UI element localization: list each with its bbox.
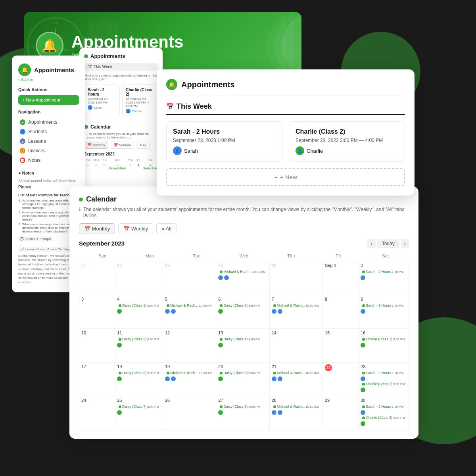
cal-cell-22[interactable]: 22 [323, 363, 359, 396]
mini-cal-tabs: 📅 Monthly 📅 Weekly ≡ All [84, 142, 158, 149]
svg-text:XII: XII [52, 19, 59, 25]
cal-cell-18[interactable]: 18 Daisy (Class 5) 3:00 PM [115, 363, 163, 396]
cal-cell-26[interactable]: 26 [163, 396, 216, 430]
cal-event-michael-19[interactable]: Michael & Rach... 10:00 AM [165, 370, 214, 376]
cal-event-sarah-9[interactable]: Sarah - 2 Hours 1:00 PM [361, 303, 407, 308]
cal-event-daisy-4[interactable]: Daisy (Class 1) 3:00 PM [117, 303, 161, 308]
cal-cell-aug27[interactable]: 27 [79, 261, 115, 295]
cal-cell-12[interactable]: 12 [163, 329, 216, 363]
sidebar-item-lessons[interactable]: 📚 Lessons [18, 136, 79, 146]
daisy-icon [218, 410, 223, 415]
lesson-notes-badge[interactable]: 📝 Lesson Notes · Private Tutoring [18, 247, 72, 252]
weekly-tab-mini[interactable]: 📅 Weekly [111, 142, 134, 149]
cal-cell-23[interactable]: 23 Sarah - 2 Hours 1:00 PM Charlie (Clas… [359, 363, 409, 396]
cal-num-aug28: 28 [117, 263, 161, 268]
cal-cell-27b[interactable]: 27 Daisy (Class 8) 3:00 PM [216, 396, 269, 430]
calendar-main-indicator [79, 198, 83, 202]
cal-event-michael-5[interactable]: Michael & Rach... 10:00 AM [165, 303, 214, 308]
cal-cell-13[interactable]: 13 Daisy (Class 4) 3:00 PM [216, 329, 269, 363]
cal-cell-29[interactable]: 29 [323, 396, 359, 430]
popup-sarah-card[interactable]: Sarah - 2 Hours September 23, 2023 1:00 … [166, 121, 282, 162]
new-appointment-button[interactable]: + New Appointment [18, 95, 79, 105]
chatgpt-badge[interactable]: 💬 ChatGPT Prompts [18, 236, 53, 242]
mini-cell-1[interactable]: 1 [135, 163, 143, 171]
cal-cell-30[interactable]: 30 Sarah - 2 Hours 1:00 PM Charlie (Clas… [359, 396, 409, 430]
sidebar-item-appointments[interactable]: ● Appointments [18, 117, 79, 127]
monthly-tab[interactable]: 📅 Monthly [79, 223, 115, 234]
cal-cell-sep2[interactable]: 2 Sarah - 2 Hours 1:00 PM [359, 261, 409, 295]
next-month-button[interactable]: › [401, 239, 409, 248]
this-week-badge[interactable]: 📅 This Week [84, 63, 158, 71]
today-button[interactable]: Today [377, 239, 399, 248]
calendar-main-panel: Calendar ℹ The calendar shows you all of… [69, 186, 418, 439]
sidebar-item-notes[interactable]: 📝 Notes [18, 155, 79, 165]
cal-cell-28[interactable]: 28 Michael & Rach... 10:00 AM [270, 396, 323, 430]
all-tab[interactable]: ≡ All [156, 223, 177, 234]
all-tab-mini[interactable]: ≡ All [136, 142, 150, 149]
event-time: 3:00 PM [393, 382, 405, 386]
cal-cell-25[interactable]: 25 Daisy (Class 7) 3:00 PM [115, 396, 163, 430]
cal-event-charlie-23[interactable]: Charlie (Class 2) 3:00 PM [361, 381, 407, 387]
appt-card-charlie-small[interactable]: Charlie (Class 2) September 23, 2023 3:0… [122, 84, 158, 117]
popup-charlie-time: September 23, 2023 3:00 PM — 4:00 PM [296, 138, 398, 143]
cal-cell-9[interactable]: 9 Sarah - 2 Hours 1:00 PM [359, 295, 409, 329]
cal-event-michael-21[interactable]: Michael & Rach... 10:00 AM [272, 370, 321, 376]
cal-cell-6[interactable]: 6 Daisy (Class 2) 3:00 PM [216, 295, 269, 329]
cal-cell-8[interactable]: 8 [323, 295, 359, 329]
prev-month-button[interactable]: ‹ [367, 239, 375, 248]
cal-event-michael-aug30[interactable]: Michael & Rach... 10:00 AM [218, 269, 267, 274]
cal-event-charlie-16[interactable]: Charlie (Class 1) 3:00 PM [361, 336, 407, 342]
charlie-name-popup: Charlie [307, 148, 323, 154]
cal-event-sarah-23[interactable]: Sarah - 2 Hours 1:00 PM [361, 370, 407, 376]
cal-event-daisy-6[interactable]: Daisy (Class 2) 3:00 PM [218, 303, 267, 308]
cal-event-daisy-13[interactable]: Daisy (Class 4) 3:00 PM [218, 336, 267, 342]
this-week-tab[interactable]: 📅 This Week [166, 102, 405, 115]
cal-cell-aug31[interactable]: 31 [270, 261, 323, 295]
cal-cell-17[interactable]: 17 [79, 363, 115, 396]
cal-cell-11[interactable]: 11 Daisy (Class 3) 3:00 PM [115, 329, 163, 363]
cal-cell-aug29[interactable]: 29 [163, 261, 216, 295]
cal-event-sarah-sep2[interactable]: Sarah - 2 Hours 1:00 PM [361, 269, 407, 274]
cal-event-michael-7[interactable]: Michael & Rach... 10:00 AM [272, 303, 321, 308]
cal-cell-20[interactable]: 20 Daisy (Class 6) 3:00 PM [216, 363, 269, 396]
cal-cell-21[interactable]: 21 Michael & Rach... 10:00 AM [270, 363, 323, 396]
cal-event-daisy-18[interactable]: Daisy (Class 5) 3:00 PM [117, 370, 161, 376]
sidebar-back-link[interactable]: < Back to [18, 78, 79, 82]
cal-cell-15[interactable]: 15 [323, 329, 359, 363]
cal-cell-14[interactable]: 14 [270, 329, 323, 363]
cal-cell-16[interactable]: 16 Charlie (Class 1) 3:00 PM [359, 329, 409, 363]
popup-charlie-card[interactable]: Charlie (Class 2) September 23, 2023 3:0… [289, 121, 405, 162]
sidebar-item-invoices[interactable]: 💰 Invoices [18, 146, 79, 155]
navigation-label: Navigation [18, 109, 79, 114]
weekly-tab[interactable]: 📅 Weekly [118, 223, 153, 234]
cal-cell-3[interactable]: 3 [79, 295, 115, 329]
monthly-tab-mini[interactable]: 📅 Monthly [84, 142, 108, 149]
event-label: Daisy (Class 5) [122, 371, 146, 375]
cal-cell-aug28[interactable]: 28 [115, 261, 163, 295]
cal-cell-4[interactable]: 4 Daisy (Class 1) 3:00 PM [115, 295, 163, 329]
cal-event-daisy-25[interactable]: Daisy (Class 7) 3:00 PM [117, 404, 161, 409]
mini-cell-31: 31 [127, 163, 134, 171]
sarah-icon [361, 309, 365, 314]
new-appointment-popup-button[interactable]: + + New [166, 168, 405, 186]
cal-event-daisy-11[interactable]: Daisy (Class 3) 3:00 PM [117, 336, 161, 342]
cal-cell-7[interactable]: 7 Michael & Rach... 10:00 AM [270, 295, 323, 329]
cal-cell-19[interactable]: 19 Michael & Rach... 10:00 AM [163, 363, 216, 396]
cal-event-daisy-27[interactable]: Daisy (Class 8) 3:00 PM [218, 404, 267, 409]
event-time: 10:00 AM [305, 371, 319, 375]
sidebar-item-students[interactable]: 👤 Students [18, 127, 79, 136]
calendar-main-title: Calendar [86, 195, 117, 203]
cal-event-sarah-30[interactable]: Sarah - 2 Hours 1:00 PM [361, 404, 407, 409]
cal-event-michael-28[interactable]: Michael & Rach... 10:00 AM [272, 404, 321, 409]
appt-card-sarah-small[interactable]: Sarah - 2 Hours September 23, 2023 1:00 … [84, 84, 120, 117]
cal-event-charlie-30[interactable]: Charlie (Class 3) 3:00 PM [361, 415, 407, 420]
cal-cell-24[interactable]: 24 [79, 396, 115, 430]
cal-cell-10[interactable]: 10 [79, 329, 115, 363]
chatgpt-label: ChatGPT Prompts [25, 237, 51, 241]
cal-event-daisy-20[interactable]: Daisy (Class 6) 3:00 PM [218, 370, 267, 376]
cal-cell-5[interactable]: 5 Michael & Rach... 10:00 AM [163, 295, 216, 329]
cal-num-21: 21 [272, 364, 321, 369]
mini-cell-2[interactable]: 2Sarah - 2 Hrs [143, 163, 158, 171]
cal-cell-sep1[interactable]: Sep 1 [323, 261, 359, 295]
cal-cell-aug30[interactable]: 30 Michael & Rach... 10:00 AM [216, 261, 269, 295]
